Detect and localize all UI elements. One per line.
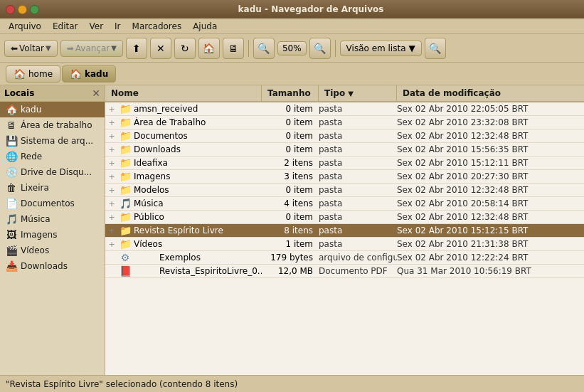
file-row[interactable]: + 📁 Imagens 3 itens pasta Sex 02 Abr 201…: [105, 170, 584, 184]
sidebar-item-vídeos[interactable]: 🎬 Vídeos: [0, 243, 105, 258]
file-icon-11: ⚙: [118, 252, 132, 263]
file-row[interactable]: + 📁 Público 0 item pasta Sex 02 Abr 2010…: [105, 211, 584, 224]
menu-item-ajuda[interactable]: Ajuda: [187, 20, 223, 33]
sidebar-icon-0: 🏠: [6, 104, 17, 115]
home-button[interactable]: 🏠: [198, 38, 220, 59]
reload-icon: ↻: [181, 43, 189, 54]
search-icon: 🔍: [429, 43, 441, 54]
expand-icon-7[interactable]: +: [105, 199, 118, 208]
file-row[interactable]: 📕 Revista_EspiritoLivre_0... 12,0 MB Doc…: [105, 265, 584, 278]
computer-button[interactable]: 🖥: [223, 38, 244, 59]
col-header-size[interactable]: Tamanho: [262, 85, 319, 101]
sidebar-item-label-9: Vídeos: [21, 245, 49, 255]
file-row[interactable]: + 📁 Vídeos 1 item pasta Sex 02 Abr 2010 …: [105, 238, 584, 251]
menu-item-arquivo[interactable]: Arquivo: [3, 20, 47, 33]
expand-icon-9[interactable]: +: [105, 226, 118, 235]
search-button[interactable]: 🔍: [425, 38, 446, 59]
file-size-3: 0 item: [262, 144, 319, 154]
file-name-8: Público: [134, 212, 262, 222]
breadcrumb-home[interactable]: 🏠 home: [6, 65, 60, 83]
sidebar-item-documentos[interactable]: 📄 Documentos: [0, 196, 105, 211]
close-button[interactable]: [6, 5, 15, 14]
file-row[interactable]: + 📁 amsn_received 0 item pasta Sex 02 Ab…: [105, 102, 584, 116]
file-icon-2: 📁: [118, 130, 132, 142]
sidebar-close-button[interactable]: ✕: [92, 88, 100, 99]
sidebar-item-drivededisqu[interactable]: 💿 Drive de Disqu...: [0, 164, 105, 180]
col-header-type[interactable]: Tipo ▼: [319, 85, 397, 101]
col-header-date[interactable]: Data de modificação: [397, 85, 584, 101]
expand-icon-1[interactable]: +: [105, 118, 118, 127]
expand-icon-8[interactable]: +: [105, 213, 118, 222]
expand-icon-6[interactable]: +: [105, 186, 118, 195]
menu-item-ver[interactable]: Ver: [83, 20, 109, 33]
menu-item-marcadores[interactable]: Marcadores: [127, 20, 188, 33]
sidebar-item-música[interactable]: 🎵 Música: [0, 211, 105, 227]
sidebar-item-kadu[interactable]: 🏠 kadu: [0, 102, 105, 117]
sidebar-item-rede[interactable]: 🌐 Rede: [0, 149, 105, 164]
forward-icon: ➡: [67, 43, 74, 53]
sidebar-icon-5: 🗑: [6, 182, 17, 194]
file-row[interactable]: + 🎵 Música 4 itens pasta Sex 02 Abr 2010…: [105, 197, 584, 211]
file-type-9: pasta: [319, 226, 397, 235]
zoom-in-button[interactable]: 🔍: [309, 38, 331, 59]
file-icon-12: 📕: [118, 265, 132, 277]
sidebar-icon-6: 📄: [6, 198, 17, 209]
file-name-7: Música: [134, 198, 262, 208]
zoom-out-button[interactable]: 🔍: [253, 38, 275, 59]
back-button[interactable]: ⬅ Voltar ▼: [4, 40, 58, 57]
minimize-button[interactable]: [18, 5, 27, 14]
file-row[interactable]: + 📁 Downloads 0 item pasta Sex 02 Abr 20…: [105, 143, 584, 157]
file-name-2: Documentos: [134, 131, 262, 141]
file-type-4: pasta: [319, 158, 397, 168]
expand-icon-0[interactable]: +: [105, 105, 118, 114]
sidebar-item-label-1: Área de trabalho: [21, 120, 92, 130]
expand-icon-5[interactable]: +: [105, 172, 118, 181]
file-icon-8: 📁: [118, 211, 132, 223]
menu-item-editar[interactable]: Editar: [47, 20, 84, 33]
file-date-3: Sex 02 Abr 2010 15:56:35 BRT: [397, 144, 584, 154]
maximize-button[interactable]: [30, 5, 39, 14]
file-type-7: pasta: [319, 198, 397, 208]
file-name-0: amsn_received: [134, 104, 262, 114]
sidebar-item-áreadetrabalho[interactable]: 🖥 Área de trabalho: [0, 117, 105, 133]
file-row[interactable]: + 📁 Revista Espírito Livre 8 itens pasta…: [105, 224, 584, 238]
col-date-label: Data de modificação: [403, 88, 501, 98]
file-row[interactable]: + 📁 Modelos 0 item pasta Sex 02 Abr 2010…: [105, 184, 584, 197]
file-row[interactable]: + 📁 Ideafixa 2 itens pasta Sex 02 Abr 20…: [105, 157, 584, 170]
titlebar: kadu - Navegador de Arquivos: [0, 0, 584, 18]
col-name-label: Nome: [111, 88, 139, 98]
col-header-name[interactable]: Nome: [105, 85, 262, 101]
expand-icon-3[interactable]: +: [105, 145, 118, 154]
sidebar-item-lixeira[interactable]: 🗑 Lixeira: [0, 180, 105, 196]
file-row[interactable]: + 📁 Documentos 0 item pasta Sex 02 Abr 2…: [105, 129, 584, 143]
file-size-11: 179 bytes: [262, 253, 319, 263]
file-row[interactable]: ⚙ Exemplos 179 bytes arquivo de configur…: [105, 251, 584, 265]
file-icon-1: 📁: [118, 117, 132, 128]
view-select[interactable]: Visão em lista ▼: [340, 41, 422, 56]
menu-item-ir[interactable]: Ir: [109, 20, 126, 33]
zoom-level: 50%: [277, 41, 307, 55]
sidebar-items: 🏠 kadu🖥 Área de trabalho💾 Sistema de arq…: [0, 102, 105, 375]
file-type-8: pasta: [319, 212, 397, 222]
expand-icon-2[interactable]: +: [105, 132, 118, 141]
expand-icon-10[interactable]: +: [105, 240, 118, 249]
up-button[interactable]: ⬆: [126, 38, 147, 59]
file-row[interactable]: + 📁 Área de Trabalho 0 item pasta Sex 02…: [105, 116, 584, 129]
file-size-4: 2 itens: [262, 158, 319, 168]
breadcrumb: 🏠 home 🏠 kadu: [0, 63, 584, 85]
sidebar-item-imagens[interactable]: 🖼 Imagens: [0, 227, 105, 243]
stop-button[interactable]: ✕: [150, 38, 171, 59]
file-type-6: pasta: [319, 185, 397, 195]
file-type-5: pasta: [319, 171, 397, 181]
reload-button[interactable]: ↻: [174, 38, 196, 59]
sidebar-item-downloads[interactable]: 📥 Downloads: [0, 258, 105, 274]
file-size-7: 4 itens: [262, 198, 319, 208]
file-date-10: Sex 02 Abr 2010 21:31:38 BRT: [397, 239, 584, 249]
file-icon-0: 📁: [118, 103, 132, 115]
file-area: Nome Tamanho Tipo ▼ Data de modificação …: [105, 85, 584, 375]
expand-icon-4[interactable]: +: [105, 159, 118, 168]
forward-button[interactable]: ➡ Avançar ▼: [60, 40, 123, 57]
breadcrumb-kadu[interactable]: 🏠 kadu: [62, 65, 116, 83]
sidebar-item-sistemadearq[interactable]: 💾 Sistema de arq...: [0, 133, 105, 149]
breadcrumb-home-label: home: [28, 69, 53, 79]
